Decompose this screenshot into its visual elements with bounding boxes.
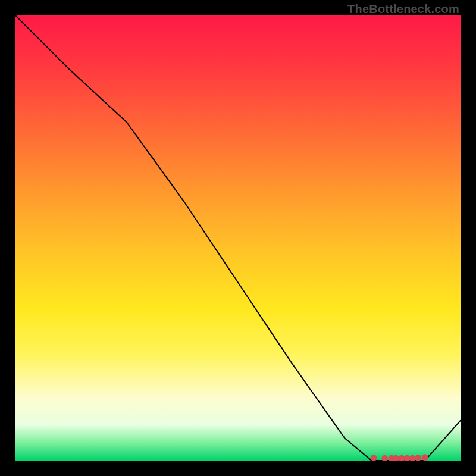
marker-dot <box>409 455 415 461</box>
marker-dot <box>422 455 428 461</box>
plot-area <box>15 15 461 461</box>
watermark-text: TheBottleneck.com <box>347 2 459 16</box>
marker-dot <box>371 455 377 461</box>
marker-dot <box>415 455 421 461</box>
marker-dot <box>382 455 388 461</box>
curve-line <box>15 15 461 461</box>
marker-cluster <box>371 455 428 461</box>
chart-svg <box>15 15 461 461</box>
marker-dot <box>404 455 410 461</box>
marker-dot <box>393 455 399 461</box>
chart-stage: TheBottleneck.com <box>0 0 476 476</box>
